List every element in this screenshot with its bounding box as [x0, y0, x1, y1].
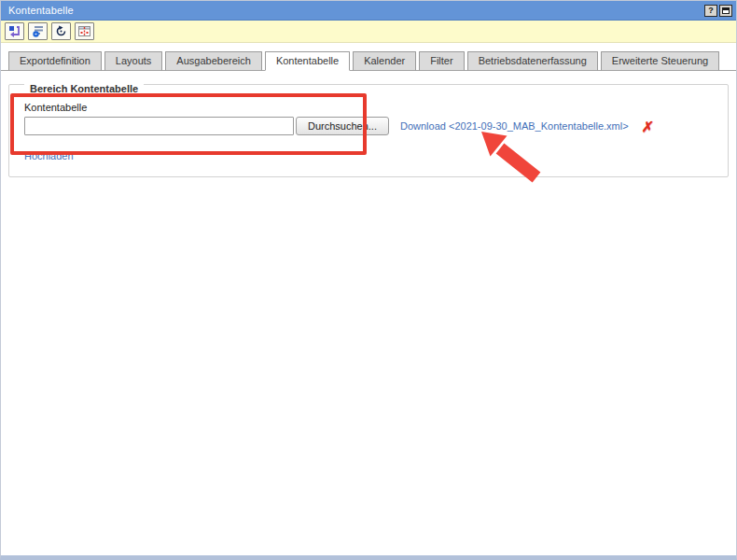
tab-kontentabelle[interactable]: Kontentabelle — [265, 51, 350, 71]
window-icon — [722, 7, 730, 14]
tab-bar: Exportdefinition Layouts Ausgabebereich … — [1, 51, 736, 71]
file-path-input[interactable] — [24, 117, 294, 135]
upload-link[interactable]: Hochladen — [24, 150, 74, 161]
tab-ausgabebereich[interactable]: Ausgabebereich — [165, 51, 262, 71]
download-filename: <2021-09-30_MAB_Kontentabelle.xml> — [449, 120, 629, 132]
kontentabelle-group: Bereich Kontentabelle Kontentabelle Durc… — [8, 84, 729, 177]
tab-kalender[interactable]: Kalender — [353, 51, 416, 71]
tab-exportdefinition[interactable]: Exportdefinition — [8, 51, 102, 71]
maximize-button[interactable] — [719, 5, 732, 17]
tab-erweiterte-steuerung[interactable]: Erweiterte Steuerung — [601, 51, 719, 71]
save-list-button[interactable] — [28, 22, 48, 40]
tab-filter[interactable]: Filter — [419, 51, 464, 71]
group-legend: Bereich Kontentabelle — [24, 83, 144, 94]
help-icon: ? — [708, 6, 714, 15]
tab-betriebsdatenerfassung[interactable]: Betriebsdatenerfassung — [467, 51, 598, 71]
tab-layouts[interactable]: Layouts — [104, 51, 163, 71]
toolbar-spacer — [1, 43, 736, 51]
tab-content: Bereich Kontentabelle Kontentabelle Durc… — [1, 71, 736, 177]
window-title: Kontentabelle — [8, 5, 702, 16]
browse-button[interactable]: Durchsuchen... — [296, 117, 389, 135]
titlebar: Kontentabelle ? — [1, 1, 736, 21]
save-list-icon — [32, 25, 44, 37]
table-split-button[interactable] — [75, 22, 94, 40]
apply-button[interactable] — [5, 22, 24, 40]
history-icon — [55, 25, 67, 37]
delete-file-icon[interactable]: ✗ — [641, 119, 654, 133]
history-button[interactable] — [51, 22, 71, 40]
table-split-icon — [78, 25, 90, 37]
help-button[interactable]: ? — [704, 5, 717, 17]
download-label: Download — [400, 120, 446, 132]
dialog-window: Kontentabelle ? — [0, 0, 737, 560]
toolbar — [1, 21, 736, 43]
download-link[interactable]: Download <2021-09-30_MAB_Kontentabelle.x… — [400, 120, 629, 132]
apply-icon — [8, 25, 21, 37]
file-field-label: Kontentabelle — [24, 102, 720, 113]
